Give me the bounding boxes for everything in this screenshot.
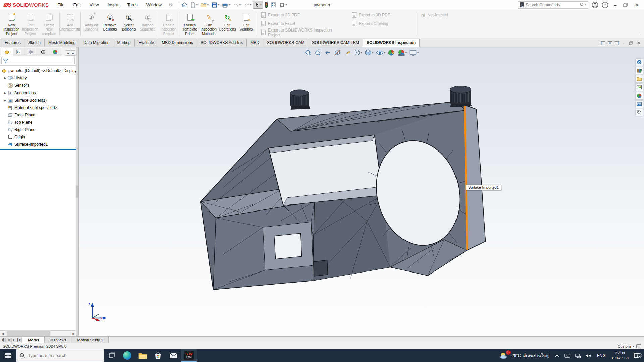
section-view-button[interactable] [333, 48, 341, 57]
tab-markup[interactable]: Markup [113, 39, 135, 47]
task-view-button[interactable] [104, 349, 119, 362]
previous-view-button[interactable] [323, 48, 332, 57]
account-icon[interactable] [592, 2, 598, 8]
create-new-template-button[interactable]: Create New template [40, 11, 58, 37]
tree-item-front-plane[interactable]: Front Plane [0, 111, 76, 119]
pane-left-icon[interactable] [601, 41, 605, 45]
network-icon[interactable] [573, 349, 583, 362]
hide-show-items-button[interactable]: ▾ [375, 48, 386, 57]
weather-widget[interactable]: 1 26°C มีเมฆส่วนใหญ่ [497, 352, 552, 360]
menu-insert[interactable]: Insert [104, 1, 123, 9]
select-tool-button[interactable]: ▾ [253, 1, 263, 9]
start-button[interactable] [0, 349, 16, 362]
settings-gear-button[interactable]: ▾ [278, 1, 288, 9]
redo-button[interactable]: ▾ [243, 2, 252, 8]
save-button[interactable]: ▾ [210, 1, 220, 9]
taskbar-search[interactable] [16, 349, 104, 362]
tab-motion-study[interactable]: Motion Study 1 [72, 337, 109, 343]
custom-properties-icon[interactable] [635, 109, 643, 116]
hidden-icons-chevron[interactable] [552, 349, 562, 362]
expand-arrow-icon[interactable]: ▶ [3, 91, 7, 95]
minimize-button[interactable]: – [612, 2, 619, 8]
pane-right-icon[interactable] [615, 41, 619, 45]
export-sw-inspection-button[interactable]: Export to SOLIDWORKS Inspection Project [261, 29, 345, 36]
tab-3d-views[interactable]: 3D Views [44, 337, 72, 343]
launch-template-editor-button[interactable]: → Launch Template Editor [180, 11, 199, 37]
clock[interactable]: 22:08 19/6/2568 [609, 351, 631, 361]
menu-tools[interactable]: Tools [123, 1, 141, 9]
select-balloons-button[interactable]: ①↖ Select Balloons [119, 11, 138, 37]
file-explorer-icon[interactable] [635, 75, 643, 83]
rollback-bar[interactable] [0, 149, 76, 150]
export-3d-pdf-button[interactable]: Export to 3D PDF [352, 11, 412, 19]
undo-button[interactable]: ▾ [232, 2, 242, 8]
net-inspect-button[interactable]: niNet-Inspect [421, 11, 482, 19]
tree-root[interactable]: pwmeter (Default) <<Default>_Display [0, 67, 76, 74]
tree-item-sensors[interactable]: Sensors [0, 82, 76, 89]
tab-sketch[interactable]: Sketch [24, 39, 45, 47]
apply-scene-button[interactable]: ▾ [397, 48, 407, 57]
pane-float-icon[interactable] [608, 41, 612, 45]
scroll-right-icon[interactable]: ▶ [71, 331, 76, 336]
edit-inspection-methods-button[interactable]: ✎╭ Edit Inspection Methods [199, 11, 218, 37]
hide-show-annotations-button[interactable]: A [342, 48, 351, 57]
file-explorer-icon[interactable] [135, 349, 150, 362]
volume-icon[interactable] [583, 349, 594, 362]
view-orientation-button[interactable]: ▾ [352, 48, 363, 57]
tab-mbd[interactable]: MBD [246, 39, 263, 47]
print-button[interactable]: ▾ [221, 1, 231, 9]
tab-solidworks-cam[interactable]: SOLIDWORKS CAM [263, 39, 308, 47]
doc-restore-icon[interactable] [629, 41, 633, 45]
tree-item-surface-bodies[interactable]: ▶ Surface Bodies(1) [0, 97, 76, 104]
resources-icon[interactable] [635, 58, 643, 66]
mode-caret-icon[interactable]: ▴ [633, 345, 634, 348]
export-edrawing-button[interactable]: Export eDrawing [352, 20, 412, 27]
language-indicator[interactable]: ENG [594, 353, 609, 358]
graphics-viewport[interactable]: A ▾ ▾ ▾ ▾ ▾ [79, 47, 644, 336]
microsoft-store-icon[interactable] [150, 349, 166, 362]
help-icon[interactable]: ? [602, 2, 608, 8]
command-search[interactable]: ›_ ▾ [518, 1, 588, 9]
edit-operations-button[interactable]: ↻✎ Edit Operations [218, 11, 237, 37]
home-button[interactable] [180, 1, 189, 9]
open-document-button[interactable]: ▾ [199, 1, 210, 9]
menu-file[interactable]: File [53, 1, 68, 9]
edit-vendors-button[interactable]: ✎ Edit Vendors [237, 11, 256, 37]
close-button[interactable]: ✕ [633, 2, 641, 8]
solidworks-app-icon[interactable]: S W2024 [181, 349, 197, 362]
doc-close-icon[interactable]: ✕ [636, 41, 641, 45]
remove-balloons-button[interactable]: ①✕ Remove Balloons [101, 11, 119, 37]
tree-horizontal-scrollbar[interactable]: ◀ ▶ [0, 330, 76, 336]
traffic-light-icon[interactable] [264, 1, 269, 9]
tree-item-history[interactable]: ▶ History [0, 74, 76, 82]
menu-window[interactable]: Window [142, 1, 166, 9]
scrollbar-thumb[interactable] [7, 331, 50, 336]
featuremanager-tab[interactable] [1, 48, 13, 56]
appearances-icon[interactable] [635, 92, 643, 100]
balloon-sequence-button[interactable]: ①② Balloon Sequence [138, 11, 157, 37]
tab-mbd-dimensions[interactable]: MBD Dimensions [158, 39, 197, 47]
menu-edit[interactable]: Edit [69, 1, 85, 9]
notification-center-button[interactable]: 2 [631, 352, 644, 359]
design-library-icon[interactable] [635, 67, 643, 74]
configurationmanager-tab[interactable] [25, 48, 37, 56]
edge-browser-icon[interactable] [119, 349, 135, 362]
add-characteristic-button[interactable]: ✎ Add Characteristic [61, 11, 79, 37]
display-mode-label[interactable]: Custom [618, 344, 631, 348]
tab-solidworks-inspection[interactable]: SOLIDWORKS Inspection [363, 39, 420, 47]
edit-appearance-button[interactable] [387, 48, 396, 57]
tab-data-migration[interactable]: Data Migration [79, 39, 113, 47]
command-search-input[interactable] [526, 3, 578, 7]
display-style-button[interactable]: ▾ [364, 48, 374, 57]
options-list-button[interactable] [270, 1, 277, 8]
cast-icon[interactable] [562, 349, 573, 362]
tree-item-material[interactable]: Material <not specified> [0, 104, 76, 111]
tab-evaluate[interactable]: Evaluate [134, 39, 158, 47]
ribbon-collapse-icon[interactable]: ˆ [640, 33, 641, 37]
tree-item-surface-imported1[interactable]: Surface-Imported1 [0, 141, 76, 148]
dimxpertmanager-tab[interactable] [37, 48, 49, 56]
update-inspection-project-button[interactable]: ↻ Update Inspection Project [159, 11, 178, 37]
last-tab-icon[interactable]: ▌▶ [17, 338, 22, 342]
mail-icon[interactable] [166, 349, 181, 362]
expand-arrow-icon[interactable]: ▶ [3, 76, 7, 80]
